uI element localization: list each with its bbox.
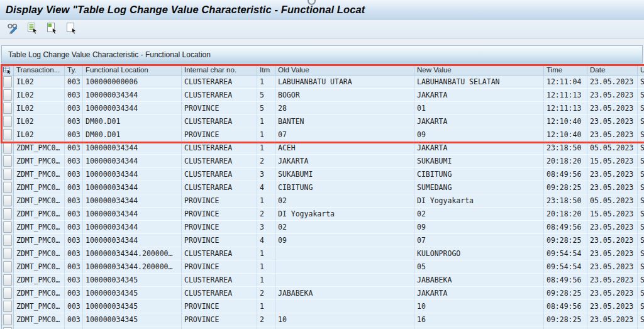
cell-internal-char-no[interactable]: CLUSTERAREA xyxy=(182,115,257,128)
cell-functional-location[interactable]: 100000034344 xyxy=(83,155,182,168)
cell-transaction[interactable]: IL02 xyxy=(14,75,65,89)
cell-type[interactable]: 003 xyxy=(65,260,83,274)
cell-transaction[interactable]: ZDMT_PMC0… xyxy=(14,234,65,247)
cell-date[interactable]: 23.05.2023 xyxy=(587,128,638,142)
cell-transaction[interactable]: ZDMT_PMC0… xyxy=(14,300,65,313)
cell-time[interactable]: 09:28:25 xyxy=(544,287,587,300)
cell-user[interactable]: S xyxy=(638,155,644,168)
cell-new-value[interactable]: SUMEDANG xyxy=(414,181,544,194)
row-selector-button[interactable] xyxy=(3,208,12,220)
column-header-itm[interactable]: Itm xyxy=(257,65,275,75)
cell-new-value[interactable]: JAKARTA xyxy=(414,89,544,102)
row-selector[interactable] xyxy=(2,300,14,313)
row-selector[interactable] xyxy=(2,221,14,234)
cell-internal-char-no[interactable]: PROVINCE xyxy=(182,128,257,142)
cell-functional-location[interactable]: 100000034344 xyxy=(83,102,182,115)
cell-itm[interactable]: 3 xyxy=(257,168,275,181)
row-selector-button[interactable] xyxy=(3,103,12,114)
cell-old-value[interactable]: 02 xyxy=(275,221,414,234)
cell-internal-char-no[interactable]: CLUSTERAREA xyxy=(182,287,257,300)
cell-new-value[interactable]: JAKARTA xyxy=(414,115,544,128)
cell-internal-char-no[interactable]: PROVINCE xyxy=(182,194,257,208)
row-selector-button[interactable] xyxy=(3,235,12,246)
cell-functional-location[interactable]: 100000034344 xyxy=(83,89,182,102)
cell-type[interactable]: 003 xyxy=(65,102,83,115)
cell-itm[interactable]: 1 xyxy=(257,75,275,89)
cell-time[interactable]: 08:49:56 xyxy=(544,221,587,234)
cell-itm[interactable]: 5 xyxy=(257,89,275,102)
cell-time[interactable]: 08:49:56 xyxy=(544,300,587,313)
row-selector[interactable] xyxy=(2,287,14,300)
cell-old-value[interactable]: SUKABUMI xyxy=(275,168,414,181)
column-header-user[interactable]: U xyxy=(638,65,644,75)
cell-itm[interactable]: 2 xyxy=(257,287,275,300)
cell-date[interactable]: 23.05.2023 xyxy=(587,115,638,128)
row-selector[interactable] xyxy=(2,181,14,194)
row-selector-button[interactable] xyxy=(3,221,12,233)
cell-type[interactable]: 003 xyxy=(65,75,83,89)
cell-new-value[interactable]: 10 xyxy=(414,300,544,313)
cell-itm[interactable]: 1 xyxy=(257,194,275,208)
cell-functional-location[interactable]: 100000000006 xyxy=(83,75,182,89)
cell-date[interactable]: 23.05.2023 xyxy=(587,247,638,260)
cell-itm[interactable]: 1 xyxy=(257,128,275,142)
column-header-new-value[interactable]: New Value xyxy=(414,65,544,75)
row-selector[interactable] xyxy=(2,75,14,89)
cell-internal-char-no[interactable]: PROVINCE xyxy=(182,221,257,234)
cell-old-value[interactable] xyxy=(275,247,414,260)
cell-new-value[interactable]: JABABEKA xyxy=(414,274,544,287)
cell-type[interactable]: 003 xyxy=(65,234,83,247)
cell-transaction[interactable]: IL02 xyxy=(14,102,65,115)
cell-new-value[interactable]: 09 xyxy=(414,128,544,142)
cell-new-value[interactable]: 05 xyxy=(414,260,544,274)
cell-itm[interactable]: 4 xyxy=(257,181,275,194)
cell-internal-char-no[interactable]: PROVINCE xyxy=(182,313,257,326)
cell-functional-location[interactable]: 100000034344 xyxy=(83,181,182,194)
cell-internal-char-no[interactable]: CLUSTERAREA xyxy=(182,89,257,102)
cell-user[interactable]: S xyxy=(638,221,644,234)
column-header-old-value[interactable]: Old Value xyxy=(275,65,414,75)
cell-internal-char-no[interactable]: PROVINCE xyxy=(182,260,257,274)
cell-internal-char-no[interactable]: CLUSTERAREA xyxy=(182,247,257,260)
cell-transaction[interactable]: ZDMT_PMC0… xyxy=(14,208,65,221)
cell-old-value[interactable]: ACEH xyxy=(275,142,414,155)
cell-type[interactable]: 003 xyxy=(65,221,83,234)
cell-type[interactable]: 003 xyxy=(65,128,83,142)
select-all-cell[interactable] xyxy=(2,65,14,75)
column-header-transaction[interactable]: Transaction... xyxy=(14,65,65,75)
row-selector-button[interactable] xyxy=(3,195,12,206)
row-selector[interactable] xyxy=(2,208,14,221)
cell-transaction[interactable]: ZDMT_PMC0… xyxy=(14,260,65,274)
row-selector-button[interactable] xyxy=(3,142,12,153)
row-selector-button[interactable] xyxy=(3,261,12,272)
cell-old-value[interactable]: BANTEN xyxy=(275,115,414,128)
cell-itm[interactable]: 2 xyxy=(257,208,275,221)
cell-transaction[interactable]: ZDMT_PMC0… xyxy=(14,274,65,287)
cell-date[interactable]: 23.05.2023 xyxy=(587,102,638,115)
cell-time[interactable]: 12:11:04 xyxy=(544,75,587,89)
cell-date[interactable]: 23.05.2023 xyxy=(587,260,638,274)
cell-functional-location[interactable]: 100000034345 xyxy=(83,287,182,300)
select-block-button[interactable] xyxy=(45,23,58,35)
cell-user[interactable]: S xyxy=(638,181,644,194)
cell-user[interactable]: S xyxy=(638,194,644,208)
cell-user[interactable]: S xyxy=(638,234,644,247)
cell-internal-char-no[interactable]: PROVINCE xyxy=(182,234,257,247)
display-change-button[interactable] xyxy=(6,23,19,35)
cell-date[interactable]: 15.05.2023 xyxy=(587,155,638,168)
cell-user[interactable]: S xyxy=(638,287,644,300)
cell-date[interactable]: 05.05.2023 xyxy=(587,142,638,155)
cell-time[interactable]: 12:10:40 xyxy=(544,128,587,142)
cell-old-value[interactable]: 10 xyxy=(275,313,414,326)
cell-date[interactable]: 23.05.2023 xyxy=(587,300,638,313)
cell-functional-location[interactable]: 100000034344 xyxy=(83,208,182,221)
cell-functional-location[interactable]: 100000034345 xyxy=(83,313,182,326)
row-selector-button[interactable] xyxy=(3,248,12,259)
cell-functional-location[interactable]: 100000034344 xyxy=(83,168,182,181)
cell-new-value[interactable]: LABUHANBATU SELATAN xyxy=(414,75,544,89)
cell-internal-char-no[interactable]: CLUSTERAREA xyxy=(182,142,257,155)
row-selector-button[interactable] xyxy=(3,182,12,193)
row-selector[interactable] xyxy=(2,274,14,287)
cell-time[interactable]: 09:54:54 xyxy=(544,247,587,260)
cell-internal-char-no[interactable]: PROVINCE xyxy=(182,300,257,313)
